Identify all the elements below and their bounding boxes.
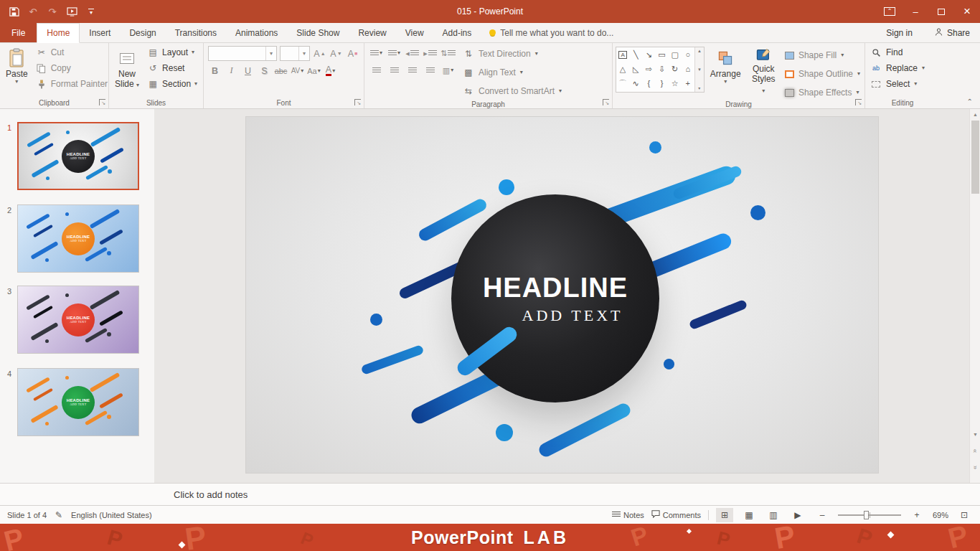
zoom-slider-thumb[interactable] <box>864 511 869 519</box>
font-family-dropdown-icon[interactable]: ▾ <box>265 47 276 60</box>
bold-button[interactable]: B <box>208 63 222 78</box>
slide-canvas[interactable]: HEADLINE ADD TEXT <box>246 117 878 473</box>
vertical-scrollbar[interactable]: ▲ ▼ « « <box>969 109 980 483</box>
shape-oval[interactable]: ○ <box>682 49 694 60</box>
headline-text[interactable]: HEADLINE <box>483 273 628 303</box>
paste-button[interactable]: Paste ▾ <box>1 44 32 95</box>
shape-right-brace[interactable]: } <box>656 77 667 89</box>
share-button[interactable]: Share <box>924 23 980 42</box>
tab-add-ins[interactable]: Add-ins <box>433 23 481 42</box>
decor-dot[interactable] <box>370 314 382 326</box>
line-spacing-button[interactable]: ⇅ <box>440 46 456 60</box>
tab-animations[interactable]: Animations <box>226 23 287 42</box>
shape-triangle[interactable]: △ <box>617 63 628 75</box>
slide-thumbnail-1[interactable]: HEADLINEADD TEXT <box>17 122 139 190</box>
comments-toggle-button[interactable]: Comments <box>651 510 701 519</box>
copy-button[interactable]: Copy <box>32 60 111 76</box>
decor-dot[interactable] <box>649 141 661 154</box>
undo-icon[interactable]: ↶ <box>27 5 39 18</box>
clear-formatting-button[interactable]: A■ <box>346 46 359 61</box>
tab-file[interactable]: File <box>0 23 37 42</box>
headline-circle-shape[interactable]: HEADLINE ADD TEXT <box>451 194 659 402</box>
tab-view[interactable]: View <box>396 23 433 42</box>
shape-curve[interactable]: ∿ <box>630 77 641 89</box>
shape-outline-button[interactable]: Shape Outline ▾ <box>782 66 863 82</box>
redo-icon[interactable]: ↷ <box>46 5 59 18</box>
normal-view-button[interactable]: ⊞ <box>716 508 733 522</box>
decor-capsule[interactable] <box>537 401 632 458</box>
replace-button[interactable]: ab Replace ▾ <box>867 60 928 76</box>
layout-button[interactable]: ▤ Layout ▾ <box>143 44 201 60</box>
shape-left-brace[interactable]: { <box>643 77 654 89</box>
zoom-slider[interactable] <box>838 514 901 516</box>
character-spacing-button[interactable]: AV▾ <box>291 63 304 78</box>
shape-arc[interactable]: ⌒ <box>617 77 628 89</box>
collapse-ribbon-icon[interactable]: ⌃ <box>967 98 973 105</box>
scroll-down-icon[interactable]: ▼ <box>970 429 980 440</box>
increase-indent-button[interactable]: ▸ <box>423 46 438 60</box>
tab-insert[interactable]: Insert <box>80 23 120 42</box>
decor-dot[interactable] <box>750 205 765 220</box>
sign-in-button[interactable]: Sign in <box>875 23 924 42</box>
select-button[interactable]: Select ▾ <box>867 76 928 92</box>
decor-dot[interactable] <box>664 359 674 369</box>
minimize-button[interactable]: – <box>903 0 928 23</box>
shape-right-triangle[interactable]: ◺ <box>630 63 641 75</box>
font-color-button[interactable]: A▾ <box>324 63 337 78</box>
tell-me-box[interactable]: Tell me what you want to do... <box>481 23 622 42</box>
align-text-button[interactable]: ▩ Align Text ▾ <box>460 65 565 80</box>
shapes-more-icon[interactable]: ▾ <box>698 85 700 90</box>
change-case-button[interactable]: Aa▾ <box>307 63 321 78</box>
scrollbar-thumb[interactable] <box>971 121 979 194</box>
font-size-combobox[interactable]: ▾ <box>280 46 310 61</box>
grow-font-button[interactable]: A▲ <box>313 46 326 61</box>
quick-styles-button[interactable]: Quick Styles ▾ <box>745 44 782 95</box>
paste-dropdown-icon[interactable]: ▾ <box>15 79 18 85</box>
slideshow-view-button[interactable]: ▶ <box>789 508 806 522</box>
text-direction-button[interactable]: ⇅ Text Direction ▾ <box>460 46 565 62</box>
maximize-button[interactable] <box>928 0 954 23</box>
arrange-button[interactable]: Arrange ▾ <box>706 44 745 95</box>
customize-quick-access-icon[interactable]: ▾ <box>85 5 98 18</box>
tab-design[interactable]: Design <box>120 23 165 42</box>
cut-button[interactable]: ✂ Cut <box>32 44 111 60</box>
align-right-button[interactable] <box>405 63 420 77</box>
shape-effects-button[interactable]: Shape Effects ▾ <box>782 85 863 100</box>
ribbon-display-options-icon[interactable]: ⌃ <box>877 0 903 23</box>
slide-thumbnail-3[interactable]: HEADLINEADD TEXT <box>17 286 139 354</box>
clipboard-dialog-launcher-icon[interactable]: ↘ <box>99 99 105 105</box>
tab-transitions[interactable]: Transitions <box>166 23 226 42</box>
new-slide-button[interactable]: New Slide ▾ <box>110 44 143 95</box>
shapes-scroll-down-icon[interactable]: ▼ <box>697 67 702 72</box>
decor-dot[interactable] <box>496 424 513 441</box>
section-button[interactable]: ▦ Section ▾ <box>143 76 201 92</box>
paragraph-dialog-launcher-icon[interactable]: ↘ <box>603 99 609 105</box>
shapes-gallery-scrollbar[interactable]: ▲ ▼ ▾ <box>694 47 704 92</box>
strikethrough-button[interactable]: abc <box>274 63 288 78</box>
find-button[interactable]: Find <box>867 44 928 60</box>
previous-slide-icon[interactable]: « <box>970 445 980 456</box>
tab-home[interactable]: Home <box>37 23 80 43</box>
shape-arrow-line[interactable]: ↘ <box>643 49 654 60</box>
language-indicator[interactable]: English (United States) <box>71 511 152 519</box>
align-center-button[interactable] <box>387 63 402 77</box>
italic-button[interactable]: I <box>225 63 238 78</box>
zoom-out-button[interactable]: – <box>814 508 831 522</box>
decor-capsule[interactable] <box>689 299 748 331</box>
spell-check-icon[interactable]: ✎ <box>55 510 62 520</box>
shape-circular-arrow[interactable]: ↻ <box>669 63 681 75</box>
notes-placeholder[interactable]: Click to add notes <box>174 489 248 500</box>
decor-capsule[interactable] <box>360 344 424 375</box>
reading-view-button[interactable]: ▥ <box>765 508 782 522</box>
shape-line[interactable]: ╲ <box>630 49 641 60</box>
drawing-dialog-launcher-icon[interactable]: ↘ <box>855 99 862 105</box>
shape-rectangle[interactable]: ▭ <box>656 49 667 60</box>
scroll-up-icon[interactable]: ▲ <box>970 109 980 120</box>
zoom-in-button[interactable]: + <box>908 508 925 522</box>
close-button[interactable]: × <box>954 0 980 23</box>
new-slide-dropdown-icon[interactable]: ▾ <box>136 82 139 88</box>
shape-text-box[interactable]: A <box>617 49 628 60</box>
text-shadow-button[interactable]: S <box>258 63 271 78</box>
slide-thumbnail-2[interactable]: HEADLINEADD TEXT <box>17 204 139 273</box>
align-left-button[interactable] <box>369 63 384 77</box>
